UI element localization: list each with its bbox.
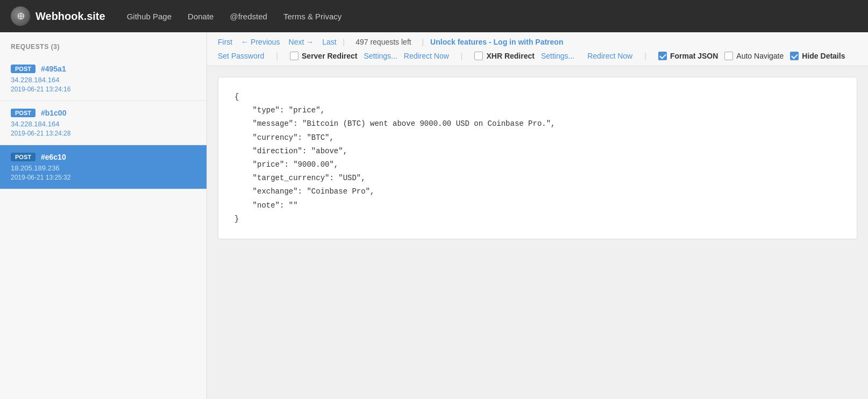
- requests-left: 497 requests left: [355, 38, 411, 46]
- topnav: ⊕ Webhook.site Github Page Donate @freds…: [0, 0, 868, 32]
- request-item-0[interactable]: POST #495a1 34.228.184.164 2019-06-21 13…: [0, 57, 207, 101]
- sidebar-title: REQUESTS (3): [0, 43, 207, 57]
- toolbar: First ← Previous Next → Last | 497 reque…: [207, 32, 868, 66]
- json-content-area: { "type": "price", "message": "Bitcoin (…: [207, 66, 868, 399]
- donate-link[interactable]: Donate: [188, 12, 214, 21]
- request-id-0: #495a1: [41, 65, 66, 73]
- logo-text: Webhook.site: [35, 10, 105, 23]
- toolbar-row1: First ← Previous Next → Last | 497 reque…: [218, 38, 857, 46]
- request-ip-0: 34.228.184.164: [11, 76, 196, 84]
- github-link[interactable]: Github Page: [127, 12, 172, 21]
- topnav-links: Github Page Donate @fredsted Terms & Pri…: [127, 12, 342, 21]
- set-password-link[interactable]: Set Password: [218, 52, 264, 60]
- previous-button[interactable]: ← Previous: [241, 38, 280, 46]
- request-time-2: 2019-06-21 13:25:32: [11, 174, 196, 181]
- auto-navigate-checkbox[interactable]: [724, 52, 733, 60]
- fredsted-link[interactable]: @fredsted: [230, 12, 267, 21]
- terms-link[interactable]: Terms & Privacy: [283, 12, 341, 21]
- settings-link-1[interactable]: Settings...: [364, 52, 397, 60]
- format-json-checkbox[interactable]: [658, 52, 667, 60]
- settings-link-2[interactable]: Settings...: [541, 52, 574, 60]
- logo: ⊕ Webhook.site: [11, 6, 105, 26]
- toolbar-sep-2: |: [461, 52, 463, 60]
- last-button[interactable]: Last: [322, 38, 336, 46]
- xhr-redirect-checkbox[interactable]: [474, 52, 483, 60]
- hide-details-checkbox[interactable]: [790, 52, 799, 60]
- server-redirect-label[interactable]: Server Redirect: [290, 52, 358, 60]
- content: First ← Previous Next → Last | 497 reque…: [207, 32, 868, 399]
- sidebar: REQUESTS (3) POST #495a1 34.228.184.164 …: [0, 32, 207, 399]
- toolbar-sep-3: |: [644, 52, 646, 60]
- request-item-1[interactable]: POST #b1c00 34.228.184.164 2019-06-21 13…: [0, 101, 207, 145]
- format-json-text: Format JSON: [670, 52, 718, 60]
- json-box: { "type": "price", "message": "Bitcoin (…: [218, 77, 857, 239]
- server-redirect-text: Server Redirect: [302, 52, 358, 60]
- hide-details-text: Hide Details: [802, 52, 845, 60]
- request-item-2[interactable]: POST #e6c10 18.205.189.236 2019-06-21 13…: [0, 145, 207, 189]
- main-layout: REQUESTS (3) POST #495a1 34.228.184.164 …: [0, 32, 868, 399]
- toolbar-row2: Set Password | Server Redirect Settings.…: [218, 52, 857, 60]
- first-button[interactable]: First: [218, 38, 232, 46]
- method-badge-1: POST: [11, 109, 35, 117]
- server-redirect-checkbox[interactable]: [290, 52, 298, 60]
- request-id-1: #b1c00: [41, 109, 66, 117]
- nav-sep-pipe1: |: [341, 38, 347, 46]
- unlock-link[interactable]: Unlock features - Log in with Patreon: [430, 38, 563, 46]
- xhr-redirect-label[interactable]: XHR Redirect: [474, 52, 534, 60]
- request-id-2: #e6c10: [41, 153, 66, 161]
- redirect-now-2[interactable]: Redirect Now: [587, 52, 632, 60]
- auto-navigate-label[interactable]: Auto Navigate: [724, 52, 784, 60]
- format-json-label[interactable]: Format JSON: [658, 52, 718, 60]
- request-ip-2: 18.205.189.236: [11, 164, 196, 172]
- hide-details-label[interactable]: Hide Details: [790, 52, 845, 60]
- next-button[interactable]: Next →: [289, 38, 314, 46]
- request-time-1: 2019-06-21 13:24:28: [11, 130, 196, 137]
- method-badge-0: POST: [11, 65, 35, 73]
- method-badge-2: POST: [11, 153, 35, 161]
- xhr-redirect-text: XHR Redirect: [486, 52, 534, 60]
- logo-icon: ⊕: [11, 6, 30, 26]
- request-ip-1: 34.228.184.164: [11, 120, 196, 128]
- toolbar-sep-1: |: [276, 52, 278, 60]
- request-time-0: 2019-06-21 13:24:16: [11, 86, 196, 93]
- redirect-now-1[interactable]: Redirect Now: [404, 52, 449, 60]
- auto-navigate-text: Auto Navigate: [736, 52, 784, 60]
- nav-sep-pipe2: |: [420, 38, 426, 46]
